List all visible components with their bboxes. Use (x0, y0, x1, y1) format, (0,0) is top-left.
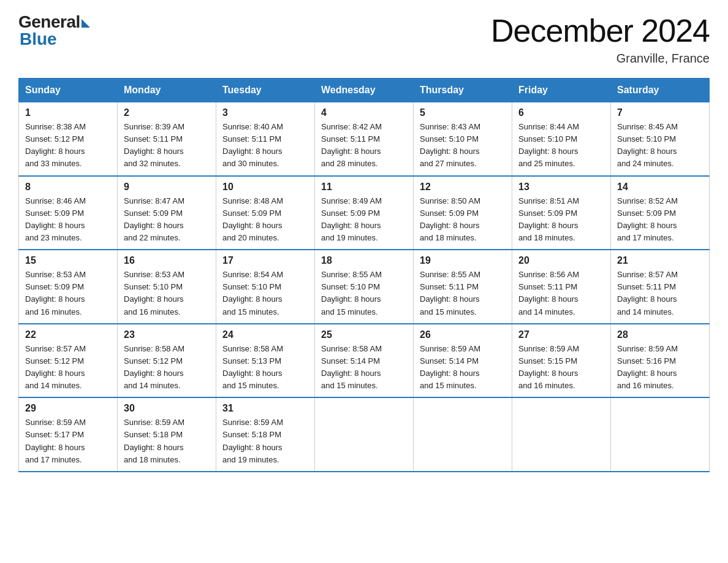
header-sunday: Sunday (19, 79, 118, 102)
calendar-header-row: SundayMondayTuesdayWednesdayThursdayFrid… (19, 79, 710, 102)
day-number: 23 (124, 329, 210, 340)
calendar-week-row: 8 Sunrise: 8:46 AMSunset: 5:09 PMDayligh… (19, 176, 710, 250)
day-number: 21 (617, 255, 703, 266)
day-number: 1 (25, 107, 111, 118)
calendar-cell: 25 Sunrise: 8:58 AMSunset: 5:14 PMDaylig… (315, 324, 414, 398)
page-header: General Blue December 2024 Granville, Fr… (18, 12, 710, 66)
day-info: Sunrise: 8:39 AMSunset: 5:11 PMDaylight:… (124, 121, 210, 170)
day-info: Sunrise: 8:58 AMSunset: 5:13 PMDaylight:… (222, 343, 308, 393)
logo-blue-text: Blue (20, 29, 57, 49)
header-tuesday: Tuesday (216, 79, 315, 102)
calendar-cell: 30 Sunrise: 8:59 AMSunset: 5:18 PMDaylig… (118, 397, 216, 472)
header-monday: Monday (118, 79, 216, 102)
day-number: 13 (518, 182, 604, 193)
day-info: Sunrise: 8:57 AMSunset: 5:12 PMDaylight:… (25, 343, 111, 393)
calendar-cell (315, 397, 414, 472)
day-info: Sunrise: 8:58 AMSunset: 5:12 PMDaylight:… (124, 343, 210, 393)
day-info: Sunrise: 8:48 AMSunset: 5:09 PMDaylight:… (222, 195, 308, 245)
day-number: 8 (25, 182, 111, 193)
day-info: Sunrise: 8:43 AMSunset: 5:10 PMDaylight:… (420, 121, 506, 170)
day-info: Sunrise: 8:53 AMSunset: 5:09 PMDaylight:… (25, 269, 111, 318)
day-number: 20 (518, 255, 604, 266)
day-number: 14 (617, 182, 703, 193)
calendar-cell: 20 Sunrise: 8:56 AMSunset: 5:11 PMDaylig… (512, 250, 611, 324)
day-info: Sunrise: 8:59 AMSunset: 5:16 PMDaylight:… (617, 343, 703, 393)
calendar-week-row: 1 Sunrise: 8:38 AMSunset: 5:12 PMDayligh… (19, 102, 710, 176)
day-info: Sunrise: 8:51 AMSunset: 5:09 PMDaylight:… (518, 195, 604, 245)
day-info: Sunrise: 8:55 AMSunset: 5:10 PMDaylight:… (321, 269, 407, 318)
location-label: Granville, France (491, 52, 710, 66)
title-area: December 2024 Granville, France (491, 12, 710, 66)
calendar-cell: 12 Sunrise: 8:50 AMSunset: 5:09 PMDaylig… (414, 176, 512, 250)
calendar-table: SundayMondayTuesdayWednesdayThursdayFrid… (18, 78, 710, 472)
day-info: Sunrise: 8:59 AMSunset: 5:18 PMDaylight:… (222, 416, 308, 466)
calendar-cell: 1 Sunrise: 8:38 AMSunset: 5:12 PMDayligh… (19, 102, 118, 176)
day-info: Sunrise: 8:54 AMSunset: 5:10 PMDaylight:… (222, 269, 308, 318)
day-number: 28 (617, 329, 703, 340)
day-info: Sunrise: 8:47 AMSunset: 5:09 PMDaylight:… (124, 195, 210, 245)
day-number: 17 (222, 255, 308, 266)
day-info: Sunrise: 8:56 AMSunset: 5:11 PMDaylight:… (518, 269, 604, 318)
calendar-cell: 22 Sunrise: 8:57 AMSunset: 5:12 PMDaylig… (19, 324, 118, 398)
day-info: Sunrise: 8:52 AMSunset: 5:09 PMDaylight:… (617, 195, 703, 245)
header-friday: Friday (512, 79, 611, 102)
day-number: 11 (321, 182, 407, 193)
day-info: Sunrise: 8:53 AMSunset: 5:10 PMDaylight:… (124, 269, 210, 318)
calendar-cell: 14 Sunrise: 8:52 AMSunset: 5:09 PMDaylig… (611, 176, 710, 250)
calendar-week-row: 15 Sunrise: 8:53 AMSunset: 5:09 PMDaylig… (19, 250, 710, 324)
day-info: Sunrise: 8:46 AMSunset: 5:09 PMDaylight:… (25, 195, 111, 245)
day-info: Sunrise: 8:44 AMSunset: 5:10 PMDaylight:… (518, 121, 604, 170)
day-info: Sunrise: 8:50 AMSunset: 5:09 PMDaylight:… (420, 195, 506, 245)
calendar-cell (611, 397, 710, 472)
day-number: 6 (518, 107, 604, 118)
day-info: Sunrise: 8:49 AMSunset: 5:09 PMDaylight:… (321, 195, 407, 245)
calendar-cell: 27 Sunrise: 8:59 AMSunset: 5:15 PMDaylig… (512, 324, 611, 398)
calendar-cell: 11 Sunrise: 8:49 AMSunset: 5:09 PMDaylig… (315, 176, 414, 250)
day-number: 2 (124, 107, 210, 118)
day-number: 9 (124, 182, 210, 193)
day-number: 18 (321, 255, 407, 266)
calendar-cell: 31 Sunrise: 8:59 AMSunset: 5:18 PMDaylig… (216, 397, 315, 472)
calendar-cell: 28 Sunrise: 8:59 AMSunset: 5:16 PMDaylig… (611, 324, 710, 398)
day-number: 31 (222, 403, 308, 414)
calendar-cell: 26 Sunrise: 8:59 AMSunset: 5:14 PMDaylig… (414, 324, 512, 398)
day-number: 26 (420, 329, 506, 340)
day-info: Sunrise: 8:59 AMSunset: 5:18 PMDaylight:… (124, 416, 210, 466)
day-info: Sunrise: 8:59 AMSunset: 5:14 PMDaylight:… (420, 343, 506, 393)
calendar-cell: 3 Sunrise: 8:40 AMSunset: 5:11 PMDayligh… (216, 102, 315, 176)
calendar-cell: 10 Sunrise: 8:48 AMSunset: 5:09 PMDaylig… (216, 176, 315, 250)
day-info: Sunrise: 8:40 AMSunset: 5:11 PMDaylight:… (222, 121, 308, 170)
day-info: Sunrise: 8:55 AMSunset: 5:11 PMDaylight:… (420, 269, 506, 318)
day-number: 16 (124, 255, 210, 266)
day-number: 25 (321, 329, 407, 340)
day-info: Sunrise: 8:58 AMSunset: 5:14 PMDaylight:… (321, 343, 407, 393)
day-info: Sunrise: 8:45 AMSunset: 5:10 PMDaylight:… (617, 121, 703, 170)
day-info: Sunrise: 8:57 AMSunset: 5:11 PMDaylight:… (617, 269, 703, 318)
day-info: Sunrise: 8:42 AMSunset: 5:11 PMDaylight:… (321, 121, 407, 170)
calendar-cell: 13 Sunrise: 8:51 AMSunset: 5:09 PMDaylig… (512, 176, 611, 250)
day-info: Sunrise: 8:59 AMSunset: 5:15 PMDaylight:… (518, 343, 604, 393)
calendar-cell: 17 Sunrise: 8:54 AMSunset: 5:10 PMDaylig… (216, 250, 315, 324)
day-number: 19 (420, 255, 506, 266)
header-saturday: Saturday (611, 79, 710, 102)
day-number: 15 (25, 255, 111, 266)
calendar-cell: 4 Sunrise: 8:42 AMSunset: 5:11 PMDayligh… (315, 102, 414, 176)
day-number: 3 (222, 107, 308, 118)
calendar-cell: 18 Sunrise: 8:55 AMSunset: 5:10 PMDaylig… (315, 250, 414, 324)
calendar-cell: 15 Sunrise: 8:53 AMSunset: 5:09 PMDaylig… (19, 250, 118, 324)
calendar-cell: 19 Sunrise: 8:55 AMSunset: 5:11 PMDaylig… (414, 250, 512, 324)
day-number: 27 (518, 329, 604, 340)
calendar-cell: 29 Sunrise: 8:59 AMSunset: 5:17 PMDaylig… (19, 397, 118, 472)
calendar-cell: 24 Sunrise: 8:58 AMSunset: 5:13 PMDaylig… (216, 324, 315, 398)
day-number: 5 (420, 107, 506, 118)
day-number: 7 (617, 107, 703, 118)
day-number: 30 (124, 403, 210, 414)
header-thursday: Thursday (414, 79, 512, 102)
header-wednesday: Wednesday (315, 79, 414, 102)
day-number: 12 (420, 182, 506, 193)
day-info: Sunrise: 8:38 AMSunset: 5:12 PMDaylight:… (25, 121, 111, 170)
calendar-cell: 9 Sunrise: 8:47 AMSunset: 5:09 PMDayligh… (118, 176, 216, 250)
calendar-cell: 16 Sunrise: 8:53 AMSunset: 5:10 PMDaylig… (118, 250, 216, 324)
calendar-cell: 2 Sunrise: 8:39 AMSunset: 5:11 PMDayligh… (118, 102, 216, 176)
calendar-cell: 5 Sunrise: 8:43 AMSunset: 5:10 PMDayligh… (414, 102, 512, 176)
